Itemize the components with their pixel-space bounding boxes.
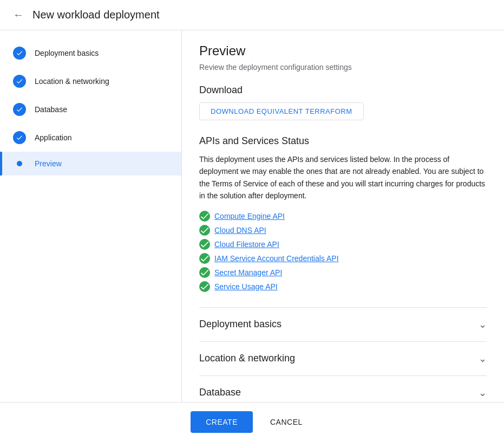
check-circle-icon (13, 103, 26, 116)
check-green-icon (199, 267, 210, 278)
api-list-item: Cloud DNS API (199, 225, 487, 236)
api-list-item: Service Usage API (199, 281, 487, 292)
api-link[interactable]: Cloud DNS API (214, 226, 266, 235)
collapsible-title: Location & networking (199, 353, 295, 364)
sidebar-item-label: Database (35, 105, 67, 114)
content-area: Preview Review the deployment configurat… (182, 30, 504, 402)
preview-title: Preview (199, 43, 487, 59)
collapsible-title: Deployment basics (199, 319, 282, 330)
sidebar-item-label: Location & networking (35, 77, 109, 86)
sidebar-item-preview[interactable]: Preview (0, 152, 181, 176)
main-content: Deployment basicsLocation & networkingDa… (0, 30, 504, 402)
collapsible-header-database[interactable]: Database⌄ (199, 387, 487, 399)
api-list-item: Compute Engine API (199, 211, 487, 222)
api-link[interactable]: Compute Engine API (214, 212, 285, 220)
svg-point-2 (199, 239, 210, 250)
collapsible-section-database: Database⌄ (199, 375, 487, 402)
chevron-down-icon: ⌄ (479, 319, 487, 330)
svg-point-3 (199, 253, 210, 264)
check-green-icon (199, 239, 210, 250)
chevron-down-icon: ⌄ (479, 387, 487, 399)
check-circle-icon (13, 131, 26, 144)
check-circle-icon (13, 47, 26, 60)
collapsible-section-deployment-basics: Deployment basics⌄ (199, 307, 487, 341)
sidebar-item-location-networking[interactable]: Location & networking (0, 67, 181, 95)
api-link[interactable]: Cloud Filestore API (214, 240, 279, 249)
apis-title: APIs and Services Status (199, 135, 487, 147)
sidebar-item-label: Preview (35, 159, 62, 168)
download-section: Download DOWNLOAD EQUIVALENT TERRAFORM (199, 85, 487, 120)
check-green-icon (199, 281, 210, 292)
apis-description: This deployment uses the APIs and servic… (199, 153, 487, 202)
api-list: Compute Engine APICloud DNS APICloud Fil… (199, 211, 487, 292)
footer: CREATE CANCEL (0, 402, 504, 441)
download-title: Download (199, 85, 487, 96)
sidebar-item-label: Application (35, 133, 72, 142)
api-link[interactable]: Secret Manager API (214, 268, 282, 277)
sidebar-item-deployment-basics[interactable]: Deployment basics (0, 39, 181, 67)
api-link[interactable]: Service Usage API (214, 282, 278, 291)
apis-section: APIs and Services Status This deployment… (199, 135, 487, 292)
api-list-item: IAM Service Account Credentials API (199, 253, 487, 264)
sidebar-item-database[interactable]: Database (0, 95, 181, 124)
create-button[interactable]: CREATE (191, 411, 253, 433)
collapsible-title: Database (199, 387, 241, 398)
page-header: ← New workload deployment (0, 0, 504, 30)
check-green-icon (199, 211, 210, 222)
sidebar-item-label: Deployment basics (35, 49, 99, 57)
sidebar: Deployment basicsLocation & networkingDa… (0, 30, 182, 402)
preview-subtitle: Review the deployment configuration sett… (199, 63, 487, 72)
back-icon[interactable]: ← (13, 9, 24, 21)
svg-point-0 (199, 211, 210, 222)
cancel-button[interactable]: CANCEL (259, 411, 313, 433)
collapsible-header-location-networking[interactable]: Location & networking⌄ (199, 353, 487, 365)
dot-icon (17, 161, 22, 166)
page-title: New workload deployment (32, 9, 160, 21)
svg-point-1 (199, 225, 210, 236)
svg-point-5 (199, 281, 210, 292)
check-green-icon (199, 225, 210, 236)
svg-point-4 (199, 267, 210, 278)
api-list-item: Cloud Filestore API (199, 239, 487, 250)
download-terraform-button[interactable]: DOWNLOAD EQUIVALENT TERRAFORM (199, 102, 364, 120)
api-list-item: Secret Manager API (199, 267, 487, 278)
preview-section: Preview Review the deployment configurat… (199, 43, 487, 402)
check-green-icon (199, 253, 210, 264)
check-circle-icon (13, 75, 26, 88)
collapsible-header-deployment-basics[interactable]: Deployment basics⌄ (199, 319, 487, 330)
collapsible-section-location-networking: Location & networking⌄ (199, 341, 487, 375)
collapsible-sections: Deployment basics⌄Location & networking⌄… (199, 307, 487, 402)
api-link[interactable]: IAM Service Account Credentials API (214, 254, 339, 263)
sidebar-item-application[interactable]: Application (0, 124, 181, 152)
chevron-down-icon: ⌄ (479, 353, 487, 365)
